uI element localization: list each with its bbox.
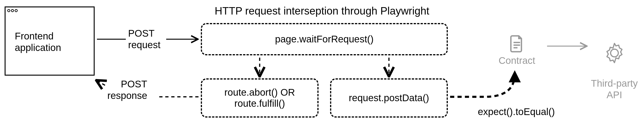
post-request-label: POST request (128, 28, 160, 51)
wait-for-request-label: page.waitForRequest() (275, 34, 374, 45)
diagram-title: HTTP request interseption through Playwr… (215, 4, 429, 17)
document-icon (509, 35, 525, 53)
contract-node: Contract (498, 35, 535, 66)
third-party-label: Third-party API (591, 78, 638, 100)
frontend-app-label: Frontend application (15, 30, 61, 54)
svg-line-7 (97, 81, 105, 85)
abort-fulfill-label: route.abort() OR route.fulfill() (224, 87, 295, 109)
wait-for-request-box: page.waitForRequest() (201, 23, 448, 55)
post-data-box: request.postData() (330, 78, 448, 118)
frontend-app-window: Frontend application (4, 6, 95, 76)
svg-point-2 (15, 9, 17, 12)
svg-point-1 (11, 9, 14, 12)
gear-icon (603, 41, 626, 65)
contract-label: Contract (498, 55, 535, 66)
third-party-api-node: Third-party API (591, 30, 638, 101)
svg-point-0 (8, 9, 10, 12)
window-dots-icon (7, 9, 21, 13)
expect-label: expect().toEqual() (478, 106, 555, 118)
post-data-label: request.postData() (349, 92, 429, 104)
abort-fulfill-box: route.abort() OR route.fulfill() (201, 78, 318, 118)
post-response-label: POST response (107, 78, 147, 102)
arrow-expect-to-contract (450, 71, 515, 97)
